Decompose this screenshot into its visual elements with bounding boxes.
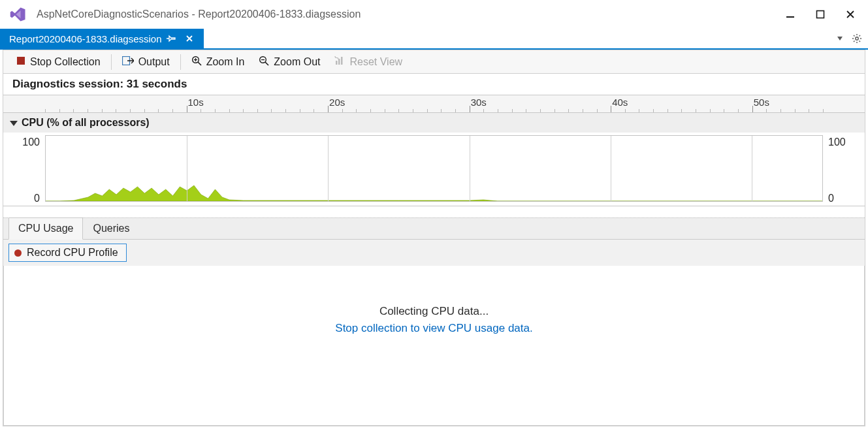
- record-cpu-profile-button[interactable]: Record CPU Profile: [8, 244, 127, 262]
- tab-cpu-usage-label: CPU Usage: [18, 223, 73, 234]
- svg-rect-0: [786, 16, 794, 18]
- ruler-label: 10s: [188, 97, 204, 108]
- stop-collection-hint-link[interactable]: Stop collection to view CPU usage data.: [335, 322, 532, 335]
- toolbar-settings-gear-icon[interactable]: [850, 31, 864, 46]
- svg-line-10: [860, 35, 861, 37]
- svg-line-7: [854, 35, 855, 37]
- separator: [180, 54, 181, 70]
- collapse-icon: [10, 121, 18, 126]
- svg-line-18: [265, 62, 268, 65]
- tab-queries[interactable]: Queries: [83, 217, 139, 240]
- chart-header[interactable]: CPU (% of all processors): [3, 113, 865, 133]
- cpu-usage-content: Collecting CPU data... Stop collection t…: [3, 266, 865, 426]
- cpu-usage-toolbar: Record CPU Profile: [3, 240, 865, 266]
- document-tab-strip: Report20200406-1833.diagsession: [0, 29, 868, 50]
- tab-queries-label: Queries: [93, 223, 129, 234]
- output-label: Output: [138, 56, 170, 68]
- svg-rect-1: [817, 11, 824, 18]
- document-tab-title: Report20200406-1833.diagsession: [9, 33, 162, 44]
- svg-rect-11: [17, 57, 25, 65]
- ruler-label: 40s: [612, 97, 628, 108]
- y-max-right: 100: [828, 136, 861, 148]
- svg-line-9: [854, 41, 855, 42]
- collecting-status-text: Collecting CPU data...: [379, 305, 489, 318]
- stop-icon: [16, 56, 25, 68]
- zoom-in-label: Zoom In: [206, 56, 245, 68]
- reset-view-button: Reset View: [328, 52, 409, 72]
- titlebar: AspNetCoreDiagnosticScenarios - Report20…: [0, 0, 868, 29]
- tab-cpu-usage[interactable]: CPU Usage: [8, 217, 83, 240]
- svg-line-8: [860, 41, 861, 42]
- svg-line-14: [198, 62, 201, 65]
- svg-rect-20: [336, 61, 338, 65]
- chart-plot-area[interactable]: [45, 135, 823, 202]
- y-max-left: 100: [22, 136, 40, 148]
- zoom-in-button[interactable]: Zoom In: [185, 52, 251, 72]
- detail-tabs: CPU Usage Queries: [3, 217, 865, 240]
- close-window-button[interactable]: [835, 5, 865, 24]
- record-cpu-profile-label: Record CPU Profile: [27, 247, 118, 259]
- svg-rect-22: [341, 57, 343, 65]
- reset-view-icon: [334, 56, 345, 69]
- zoom-out-label: Zoom Out: [274, 56, 320, 68]
- ruler-label: 20s: [329, 97, 345, 108]
- minimize-button[interactable]: [775, 5, 805, 24]
- output-button[interactable]: Output: [116, 52, 176, 72]
- reset-view-label: Reset View: [349, 56, 402, 68]
- window-title: AspNetCoreDiagnosticScenarios - Report20…: [37, 8, 361, 20]
- svg-point-2: [856, 37, 858, 40]
- stop-collection-button[interactable]: Stop Collection: [10, 52, 107, 72]
- svg-rect-21: [338, 59, 340, 65]
- timeline-ruler[interactable]: 10s20s30s40s50s: [3, 95, 865, 113]
- document-tab-active[interactable]: Report20200406-1833.diagsession: [0, 29, 204, 48]
- y-min-left: 0: [34, 193, 40, 204]
- zoom-out-button[interactable]: Zoom Out: [252, 52, 327, 72]
- cpu-chart: 100 0 100 0: [3, 133, 865, 206]
- y-axis-right: 100 0: [824, 133, 865, 206]
- y-axis-left: 100 0: [3, 133, 44, 206]
- session-duration-label: Diagnostics session: 31 seconds: [3, 74, 865, 95]
- stop-collection-label: Stop Collection: [30, 56, 101, 68]
- separator: [111, 54, 112, 70]
- close-tab-icon[interactable]: [180, 35, 199, 42]
- ruler-label: 30s: [471, 97, 487, 108]
- ruler-label: 50s: [754, 97, 769, 108]
- pin-tab-icon[interactable]: [162, 34, 180, 43]
- record-icon: [14, 249, 22, 257]
- maximize-button[interactable]: [805, 5, 835, 24]
- y-min-right: 0: [828, 193, 861, 204]
- output-icon: [122, 56, 134, 68]
- active-files-dropdown-icon[interactable]: [833, 31, 847, 46]
- zoom-in-icon: [191, 56, 202, 69]
- visual-studio-logo-icon: [9, 5, 27, 24]
- zoom-out-icon: [259, 56, 269, 69]
- chart-title: CPU (% of all processors): [22, 117, 150, 129]
- profiler-toolbar: Stop Collection Output Zoom In Zoom Out …: [3, 50, 865, 74]
